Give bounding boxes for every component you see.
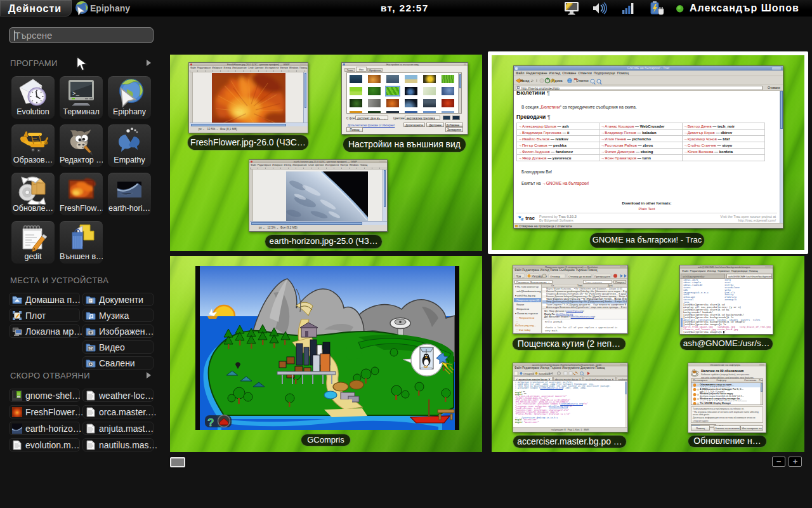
svg-text:Отговор до всички: Отговор до всички [568,274,591,277]
svg-text:Препращане: Препращане [594,274,611,277]
svg-text:?: ? [207,417,214,429]
svg-text:Нов ⌄: Нов ⌄ [516,274,524,277]
svg-text:>_: >_ [72,91,79,97]
svg-text:Отговор: Отговор [550,274,560,277]
